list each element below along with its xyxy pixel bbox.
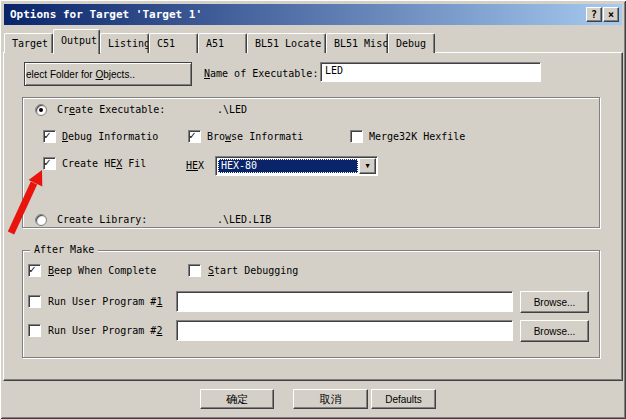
dialog-title: Options for Target 'Target 1' (10, 8, 202, 21)
run-user-program-1-input[interactable] (176, 291, 513, 312)
create-executable-radio[interactable] (35, 104, 47, 116)
beep-when-complete-checkbox[interactable]: ✓ (28, 264, 41, 277)
cancel-button[interactable]: 取消 (293, 389, 368, 409)
dropdown-arrow-button[interactable]: ▼ (359, 158, 376, 174)
browse-1-button[interactable]: Browse... (520, 291, 589, 313)
select-folder-for-objects-button[interactable]: elect Folder for Objects.. (24, 62, 192, 86)
red-arrow-annotation (2, 163, 57, 241)
name-of-executable-label: Name of Executable: (204, 67, 318, 80)
tab-strip: Target Output Listing C51 A51 BL51 Locat… (4, 28, 435, 53)
create-hex-file-label[interactable]: Create HEX Fil (62, 157, 146, 170)
hex-format-selected-value: HEX-80 (218, 159, 358, 173)
close-icon: × (608, 9, 614, 20)
tab-c51[interactable]: C51 (149, 33, 198, 53)
defaults-button[interactable]: Defaults (371, 389, 436, 409)
after-make-group-title: After Make (30, 243, 98, 256)
options-for-target-dialog: Options for Target 'Target 1' ? × Target… (0, 0, 626, 419)
help-button[interactable]: ? (586, 7, 602, 22)
tab-debug[interactable]: Debug (388, 33, 435, 53)
hex-format-dropdown[interactable]: HEX-80 ▼ (215, 156, 378, 176)
run-user-program-1-label[interactable]: Run User Program #1 (48, 295, 162, 308)
debug-information-checkbox[interactable]: ✓ (43, 130, 56, 143)
check-icon: ✓ (29, 263, 36, 276)
create-library-label[interactable]: Create Library: (57, 213, 147, 226)
start-debugging-checkbox[interactable]: ✓ (188, 264, 201, 277)
check-icon: ✓ (189, 129, 196, 142)
tab-bl51-locate[interactable]: BL51 Locate (247, 33, 326, 53)
ok-button[interactable]: 确定 (200, 389, 274, 409)
create-library-path: .\LED.LIB (217, 213, 271, 226)
check-icon: ✓ (44, 129, 51, 142)
browse-2-button[interactable]: Browse... (520, 320, 589, 342)
hex-format-label: HEX (186, 159, 204, 172)
tab-bl51-misc[interactable]: BL51 Misc (326, 33, 388, 53)
browse-information-checkbox[interactable]: ✓ (188, 130, 201, 143)
chevron-down-icon: ▼ (365, 162, 369, 170)
tab-a51[interactable]: A51 (198, 33, 247, 53)
merge32k-hexfile-checkbox[interactable]: ✓ (350, 130, 363, 143)
debug-information-label[interactable]: Debug Informatio (62, 130, 158, 143)
run-user-program-1-checkbox[interactable]: ✓ (28, 295, 41, 308)
merge32k-hexfile-label[interactable]: Merge32K Hexfile (369, 130, 465, 143)
browse-information-label[interactable]: Browse Informati (207, 130, 303, 143)
beep-when-complete-label[interactable]: Beep When Complete (48, 264, 156, 277)
name-of-executable-input[interactable]: LED (320, 62, 541, 82)
close-button[interactable]: × (603, 7, 619, 22)
start-debugging-label[interactable]: Start Debugging (208, 264, 298, 277)
help-icon: ? (591, 9, 597, 20)
tab-listing[interactable]: Listing (100, 33, 149, 53)
create-executable-label[interactable]: Create Executable: (57, 103, 165, 116)
title-bar: Options for Target 'Target 1' ? × (4, 4, 622, 25)
create-executable-path: .\LED (217, 103, 247, 116)
run-user-program-2-checkbox[interactable]: ✓ (28, 324, 41, 337)
tab-output[interactable]: Output (53, 29, 100, 54)
run-user-program-2-label[interactable]: Run User Program #2 (48, 324, 162, 337)
run-user-program-2-input[interactable] (176, 320, 513, 341)
tab-target[interactable]: Target (4, 33, 53, 53)
